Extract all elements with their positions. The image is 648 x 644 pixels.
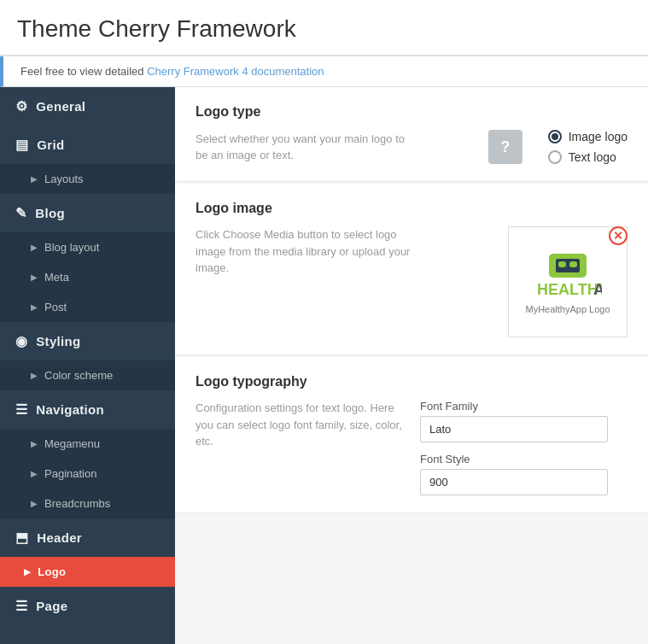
sidebar-label-header: Header <box>37 530 82 545</box>
sidebar-item-megamenu[interactable]: ▶ Megamenu <box>0 429 175 459</box>
grid-icon: ▤ <box>15 137 28 153</box>
sidebar-label-styling: Styling <box>36 334 80 348</box>
sidebar-item-grid[interactable]: ▤ Grid <box>0 126 175 164</box>
sidebar-item-blog-layout[interactable]: ▶ Blog layout <box>0 232 175 262</box>
sidebar-item-blog[interactable]: ✎ Blog <box>0 194 175 232</box>
sidebar-sub-blog: ▶ Blog layout ▶ Meta ▶ Post <box>0 232 175 322</box>
logo-typography-title: Logo typography <box>196 374 628 389</box>
sidebar-label-megamenu: Megamenu <box>44 437 100 450</box>
logo-typography-section: Logo typography Configuration settings f… <box>175 357 648 513</box>
logo-image-section: Logo image Click Choose Media button to … <box>175 184 648 355</box>
sidebar-item-navigation[interactable]: ☰ Navigation <box>0 390 175 429</box>
docs-link[interactable]: Cherry Framework 4 documentation <box>147 65 324 78</box>
sidebar-label-color-scheme: Color scheme <box>44 369 113 382</box>
sidebar-item-meta[interactable]: ▶ Meta <box>0 262 175 292</box>
sidebar-item-post[interactable]: ▶ Post <box>0 292 175 322</box>
gear-icon: ⚙ <box>15 98 27 114</box>
sidebar-sub-header: ▶ Logo <box>0 557 175 587</box>
logo-typography-row: Configuration settings for text logo. He… <box>196 400 628 495</box>
sidebar-item-page[interactable]: ☰ Page <box>0 587 175 625</box>
logo-type-section: Logo type Select whether you want your m… <box>175 87 648 182</box>
font-style-field: Font Style <box>420 453 628 495</box>
sidebar-item-layouts[interactable]: ▶ Layouts <box>0 164 175 194</box>
navigation-icon: ☰ <box>15 401 27 418</box>
sidebar-label-meta: Meta <box>44 271 69 284</box>
logo-preview: ✕ HEALTHY A <box>508 226 628 337</box>
info-bar: Feel free to view detailed Cherry Framew… <box>0 56 648 87</box>
logo-image-desc-container: Click Choose Media button to select logo… <box>196 226 491 277</box>
logo-type-radio-group: Image logo Text logo <box>548 130 628 164</box>
sidebar-item-styling[interactable]: ◉ Styling <box>0 322 175 360</box>
content-area: Logo type Select whether you want your m… <box>175 87 648 644</box>
radio-circle-image <box>548 130 562 143</box>
radio-label-text: Text logo <box>569 150 616 164</box>
arrow-icon-pagi: ▶ <box>31 469 38 478</box>
logo-caption: MyHealthyApp Logo <box>525 304 610 314</box>
logo-typography-desc-container: Configuration settings for text logo. He… <box>196 400 403 495</box>
logo-type-row: Select whether you want your main logo t… <box>196 130 628 164</box>
sidebar-label-grid: Grid <box>37 138 64 152</box>
sidebar: ⚙ General ▤ Grid ▶ Layouts ✎ Blog ▶ Blog… <box>0 87 175 644</box>
sidebar-item-general[interactable]: ⚙ General <box>0 87 175 126</box>
sidebar-label-blog-layout: Blog layout <box>44 241 99 254</box>
sidebar-sub-grid: ▶ Layouts <box>0 164 175 194</box>
sidebar-item-logo[interactable]: ▶ Logo <box>0 557 175 587</box>
font-fields: Font Family Font Style <box>420 400 628 495</box>
font-style-input[interactable] <box>420 469 608 495</box>
sidebar-label-logo: Logo <box>38 565 66 578</box>
header-icon: ⬒ <box>15 530 28 546</box>
radio-circle-text <box>548 150 562 164</box>
svg-rect-3 <box>569 261 577 267</box>
info-text: Feel free to view detailed <box>20 65 147 78</box>
arrow-icon-bread: ▶ <box>31 499 38 508</box>
arrow-icon-logo: ▶ <box>24 567 31 577</box>
logo-image-title: Logo image <box>196 201 628 216</box>
arrow-icon-blog-layout: ▶ <box>31 243 38 252</box>
page-title: Theme Cherry Framework <box>17 15 631 43</box>
logo-type-desc-container: Select whether you want your main logo t… <box>196 131 471 164</box>
sidebar-label-navigation: Navigation <box>36 402 104 417</box>
logo-image-row: Click Choose Media button to select logo… <box>196 226 628 337</box>
sidebar-item-breadcrumbs[interactable]: ▶ Breadcrumbs <box>0 489 175 518</box>
logo-image-description: Click Choose Media button to select logo… <box>196 226 417 277</box>
svg-rect-2 <box>558 261 566 267</box>
radio-text-logo[interactable]: Text logo <box>548 150 628 164</box>
sidebar-label-layouts: Layouts <box>44 173 84 185</box>
blog-icon: ✎ <box>15 205 26 221</box>
page-header: Theme Cherry Framework <box>0 0 648 56</box>
sidebar-item-pagination[interactable]: ▶ Pagination <box>0 459 175 489</box>
help-button[interactable]: ? <box>488 130 522 164</box>
svg-text:A: A <box>593 281 602 297</box>
font-style-label: Font Style <box>420 453 628 465</box>
sidebar-label-general: General <box>36 99 85 114</box>
sidebar-label-page: Page <box>36 599 67 613</box>
palette-icon: ◉ <box>15 333 27 349</box>
arrow-icon-meta: ▶ <box>31 272 38 282</box>
svg-text:HEALTHY: HEALTHY <box>537 281 602 297</box>
radio-image-logo[interactable]: Image logo <box>548 130 628 143</box>
sidebar-item-color-scheme[interactable]: ▶ Color scheme <box>0 360 175 390</box>
arrow-icon-mega: ▶ <box>31 439 38 448</box>
sidebar-label-blog: Blog <box>35 206 65 220</box>
sidebar-label-pagination: Pagination <box>44 467 96 480</box>
arrow-icon-color: ▶ <box>31 371 38 380</box>
logo-image-placeholder: HEALTHY A <box>534 250 602 301</box>
sidebar-label-breadcrumbs: Breadcrumbs <box>44 497 110 510</box>
logo-type-description: Select whether you want your main logo t… <box>196 131 417 164</box>
healthy-logo-svg: HEALTHY A <box>534 250 602 297</box>
logo-type-title: Logo type <box>196 104 628 120</box>
sidebar-sub-navigation: ▶ Megamenu ▶ Pagination ▶ Breadcrumbs <box>0 429 175 518</box>
font-family-field: Font Family <box>420 400 628 442</box>
logo-typography-description: Configuration settings for text logo. He… <box>196 400 403 450</box>
font-family-input[interactable] <box>420 416 608 442</box>
radio-label-image: Image logo <box>569 130 628 143</box>
font-family-label: Font Family <box>420 400 628 413</box>
sidebar-label-post: Post <box>44 301 67 313</box>
main-layout: ⚙ General ▤ Grid ▶ Layouts ✎ Blog ▶ Blog… <box>0 87 648 644</box>
arrow-icon-post: ▶ <box>31 302 38 312</box>
logo-close-button[interactable]: ✕ <box>609 226 628 245</box>
sidebar-sub-styling: ▶ Color scheme <box>0 360 175 390</box>
sidebar-item-header[interactable]: ⬒ Header <box>0 518 175 557</box>
page-icon: ☰ <box>15 598 27 614</box>
arrow-icon: ▶ <box>31 174 38 184</box>
